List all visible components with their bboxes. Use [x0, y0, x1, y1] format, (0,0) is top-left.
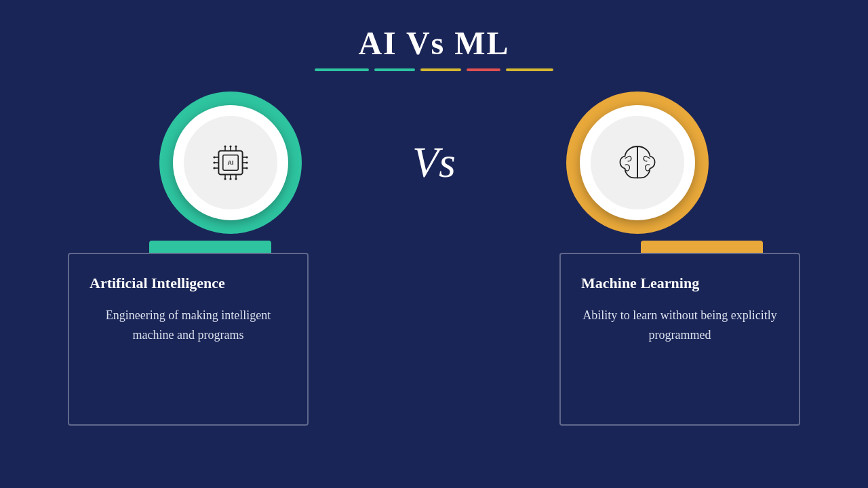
ml-inner-circle [591, 116, 684, 209]
ml-outer-circle [566, 92, 709, 234]
underline-seg-2 [374, 68, 415, 71]
ai-icon-section: AI [95, 92, 366, 234]
svg-point-15 [213, 156, 215, 158]
ai-chip-icon: AI [203, 136, 258, 190]
ai-inner-circle: AI [184, 116, 277, 209]
svg-point-21 [224, 145, 226, 147]
ai-middle-circle: AI [173, 105, 288, 220]
ai-card-tab [149, 241, 271, 253]
title-section: AI Vs ML [315, 24, 553, 71]
brain-icon [610, 136, 665, 190]
svg-text:AI: AI [228, 159, 234, 166]
ml-card: Machine Learning Ability to learn withou… [559, 253, 800, 426]
ml-card-tab [641, 241, 763, 253]
svg-point-18 [245, 156, 248, 158]
svg-point-25 [229, 178, 231, 180]
ai-card-wrapper: Artificial Intelligence Engineering of m… [68, 241, 309, 426]
cards-row: Artificial Intelligence Engineering of m… [0, 241, 868, 426]
ml-card-title: Machine Learning [581, 274, 778, 292]
ai-card-description: Engineering of making intelligent machin… [90, 306, 287, 345]
vs-text: Vs [412, 138, 456, 186]
vs-section: Vs [366, 138, 502, 188]
svg-point-19 [245, 161, 248, 163]
ai-card: Artificial Intelligence Engineering of m… [68, 253, 309, 426]
ai-outer-circle: AI [159, 92, 302, 234]
main-content: AI [0, 92, 868, 234]
underline-seg-1 [315, 68, 369, 71]
ml-middle-circle [580, 105, 695, 220]
svg-point-20 [245, 167, 248, 169]
svg-point-26 [235, 178, 237, 180]
underline-seg-5 [506, 68, 553, 71]
svg-point-16 [213, 161, 215, 163]
svg-point-22 [229, 145, 231, 147]
main-title: AI Vs ML [315, 24, 553, 62]
title-underline [315, 68, 553, 71]
ml-card-wrapper: Machine Learning Ability to learn withou… [559, 241, 800, 426]
underline-seg-4 [467, 68, 500, 71]
underline-seg-3 [420, 68, 461, 71]
svg-point-17 [213, 167, 215, 169]
ml-card-description: Ability to learn without being explicitl… [581, 306, 778, 345]
ml-icon-section [502, 92, 773, 234]
svg-point-24 [224, 178, 226, 180]
ai-card-title: Artificial Intelligence [90, 274, 287, 292]
svg-point-23 [235, 145, 237, 147]
